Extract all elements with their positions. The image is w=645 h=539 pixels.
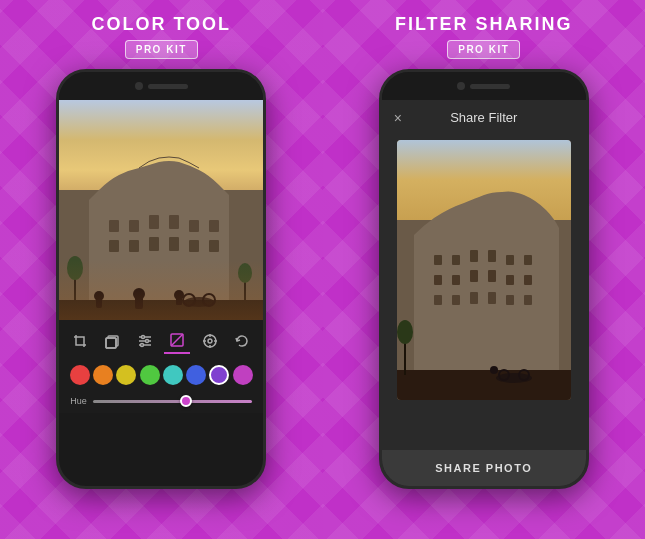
svg-rect-45 <box>434 255 442 265</box>
svg-rect-49 <box>506 255 514 265</box>
svg-rect-28 <box>106 338 116 348</box>
svg-rect-4 <box>169 215 179 229</box>
svg-point-67 <box>490 366 498 374</box>
phone-screen: Hue <box>59 100 263 486</box>
swatch-orange[interactable] <box>93 365 113 385</box>
color-swatches <box>64 362 258 388</box>
svg-rect-62 <box>524 295 532 305</box>
svg-point-24 <box>67 256 83 280</box>
svg-rect-5 <box>189 220 199 232</box>
svg-rect-15 <box>96 298 102 308</box>
right-panel-title: FILTER SHARING <box>395 14 573 35</box>
right-pro-kit-badge: PRO KIT <box>447 40 520 59</box>
layers-icon[interactable] <box>100 328 126 354</box>
svg-line-37 <box>171 334 183 346</box>
svg-rect-55 <box>506 275 514 285</box>
svg-point-26 <box>238 263 252 283</box>
filter-building-svg <box>397 170 571 400</box>
share-photo-button[interactable]: SHARE PHOTO <box>382 450 586 486</box>
svg-point-33 <box>142 336 145 339</box>
vignette-icon[interactable] <box>197 328 223 354</box>
svg-rect-17 <box>135 297 143 309</box>
svg-rect-51 <box>434 275 442 285</box>
svg-rect-58 <box>452 295 460 305</box>
bottom-toolbar: Hue <box>59 320 263 413</box>
svg-rect-46 <box>452 255 460 265</box>
right-phone-notch <box>382 72 586 100</box>
sliders-icon[interactable] <box>132 328 158 354</box>
photo-area <box>59 100 263 320</box>
phone-speaker <box>148 84 188 89</box>
hue-slider-row: Hue <box>64 394 258 408</box>
swatch-magenta[interactable] <box>233 365 253 385</box>
tone-icon[interactable] <box>164 328 190 354</box>
history-icon[interactable] <box>229 328 255 354</box>
svg-rect-50 <box>524 255 532 265</box>
swatch-yellow[interactable] <box>116 365 136 385</box>
svg-rect-47 <box>470 250 478 262</box>
swatch-blue[interactable] <box>186 365 206 385</box>
svg-rect-8 <box>129 240 139 252</box>
svg-rect-60 <box>488 292 496 304</box>
svg-rect-61 <box>506 295 514 305</box>
left-pro-kit-badge: PRO KIT <box>125 40 198 59</box>
svg-rect-56 <box>524 275 532 285</box>
toolbar-icon-row <box>64 328 258 354</box>
svg-rect-1 <box>109 220 119 232</box>
svg-rect-53 <box>470 270 478 282</box>
filter-header: × Share Filter <box>382 100 586 135</box>
swatch-teal[interactable] <box>163 365 183 385</box>
svg-rect-54 <box>488 270 496 282</box>
svg-rect-11 <box>189 240 199 252</box>
swatch-purple[interactable] <box>209 365 229 385</box>
svg-rect-13 <box>59 300 263 320</box>
filter-share-screen: × Share Filter <box>382 100 586 486</box>
left-panel: COLOR TOOL PRO KIT <box>0 0 323 539</box>
phone-notch <box>59 72 263 100</box>
crop-icon[interactable] <box>67 328 93 354</box>
right-phone-screen: × Share Filter <box>382 100 586 486</box>
right-phone-frame: × Share Filter <box>379 69 589 489</box>
svg-rect-63 <box>397 370 571 400</box>
svg-point-64 <box>496 373 532 383</box>
svg-rect-10 <box>169 237 179 251</box>
svg-rect-3 <box>149 215 159 229</box>
right-panel: FILTER SHARING PRO KIT × Share Filter <box>323 0 646 539</box>
svg-rect-7 <box>109 240 119 252</box>
hue-label: Hue <box>70 396 87 406</box>
filter-photo-preview <box>397 140 571 400</box>
swatch-red[interactable] <box>70 365 90 385</box>
svg-rect-57 <box>434 295 442 305</box>
svg-rect-22 <box>176 297 182 305</box>
svg-point-39 <box>208 339 212 343</box>
svg-rect-12 <box>209 240 219 252</box>
hue-slider-thumb[interactable] <box>180 395 192 407</box>
svg-point-35 <box>141 344 144 347</box>
svg-point-34 <box>146 340 149 343</box>
right-front-camera <box>457 82 465 90</box>
left-phone-frame: Hue <box>56 69 266 489</box>
svg-rect-6 <box>209 220 219 232</box>
front-camera <box>135 82 143 90</box>
svg-rect-2 <box>129 220 139 232</box>
right-phone-speaker <box>470 84 510 89</box>
svg-rect-9 <box>149 237 159 251</box>
swatch-green[interactable] <box>140 365 160 385</box>
left-panel-title: COLOR TOOL <box>91 14 231 35</box>
close-icon[interactable]: × <box>394 110 402 126</box>
filter-screen-title: Share Filter <box>450 110 517 125</box>
svg-rect-48 <box>488 250 496 262</box>
building-svg <box>59 140 263 320</box>
svg-point-69 <box>397 320 413 344</box>
svg-rect-59 <box>470 292 478 304</box>
svg-rect-52 <box>452 275 460 285</box>
hue-slider-track[interactable] <box>93 400 252 403</box>
